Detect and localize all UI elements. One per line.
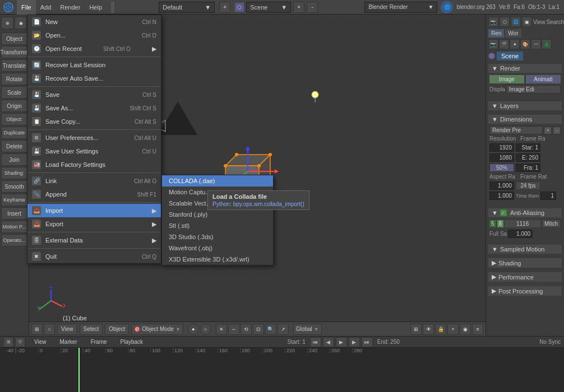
post-processing-header[interactable]: ▶ Post Processing xyxy=(488,286,562,296)
sidebar-object2[interactable]: Object: xyxy=(1,113,27,125)
aa-header[interactable]: ▼ ✓ Anti-Aliasing xyxy=(488,208,562,217)
sidebar-operator[interactable]: Operato... xyxy=(1,234,27,246)
sidebar-rotate[interactable]: Rotate xyxy=(1,73,27,85)
menu-add[interactable]: Add xyxy=(36,0,56,15)
drag-handle[interactable] xyxy=(111,2,114,13)
menu-open[interactable]: 📂 Open... Ctrl O xyxy=(27,29,161,42)
layers-header[interactable]: ▼ Layers xyxy=(488,101,562,110)
menu-import[interactable]: 📥 Import ▶ xyxy=(27,204,161,217)
menu-user-prefs[interactable]: ⚙ User Preferences... Ctrl Alt U xyxy=(27,131,161,144)
import-collada[interactable]: COLLADA (.dae) xyxy=(162,175,273,186)
shading-btn1[interactable]: ● xyxy=(188,324,199,335)
timeline-icon1[interactable]: ⊞ xyxy=(3,337,13,347)
aspect-x-input[interactable] xyxy=(489,181,514,190)
menu-help[interactable]: Help xyxy=(85,0,107,15)
menu-open-recent[interactable]: 🕐 Open Recent Shift Ctrl O ▶ xyxy=(27,42,161,55)
aa-level-1116[interactable]: 1116 xyxy=(505,220,540,227)
timeline-icon2[interactable]: ⏱ xyxy=(15,337,25,347)
panel-icon-scene[interactable]: ⬡ xyxy=(500,17,510,27)
render-image-btn[interactable]: Image xyxy=(489,75,524,83)
global-dropdown[interactable]: Global ▼ xyxy=(293,324,322,335)
fra-input[interactable] xyxy=(516,164,540,172)
res-y-input[interactable] xyxy=(489,153,514,162)
sidebar-icon1[interactable]: ⊕ xyxy=(1,17,13,29)
mode-selector[interactable]: 🎯 Object Mode ▼ xyxy=(131,324,183,335)
menu-link[interactable]: 🔗 Link Ctrl Alt O xyxy=(27,174,161,188)
tool-btn3[interactable]: ⟲ xyxy=(241,324,252,335)
tool-btn4[interactable]: ⊡ xyxy=(253,324,264,335)
dimensions-header[interactable]: ▼ Dimensions xyxy=(488,115,562,124)
viewport-right-btn3[interactable]: 🔒 xyxy=(435,324,446,335)
import-stl[interactable]: Stl (.stl) xyxy=(162,220,273,231)
sidebar-duplicate[interactable]: Duplicate xyxy=(1,127,27,139)
import-obj[interactable]: Wavefront (.obj) xyxy=(162,242,273,254)
tool-btn1[interactable]: ✕ xyxy=(216,324,227,335)
viewport-icon-btn2[interactable]: ○ xyxy=(44,324,55,335)
viewport-icon-btn1[interactable]: ⊞ xyxy=(31,324,43,335)
menu-save[interactable]: 💾 Save Ctrl S xyxy=(27,88,161,101)
tool-btn5[interactable]: 🔍 xyxy=(265,324,276,335)
vp-object-btn[interactable]: Object xyxy=(105,324,129,335)
menu-new[interactable]: 📄 New Ctrl N xyxy=(27,15,161,29)
import-x3d[interactable]: X3D Extensible 3D (.x3d/.wrl) xyxy=(162,254,273,265)
sampled-motion-header[interactable]: ▼ Sampled Motion xyxy=(488,245,562,254)
menu-load-factory[interactable]: 🏭 Load Factory Settings xyxy=(27,158,161,171)
pct-btn[interactable]: 50% xyxy=(489,164,514,172)
next-frame-btn[interactable]: ▶ xyxy=(349,337,360,347)
panel-icon-world[interactable]: 🌐 xyxy=(511,17,521,27)
panel-icon-ren[interactable]: 📷 xyxy=(488,17,498,27)
sidebar-join[interactable]: Join xyxy=(1,153,27,166)
sidebar-origin[interactable]: Origin xyxy=(1,100,27,112)
sidebar-smooth[interactable]: Smooth xyxy=(1,180,27,193)
blender-logo[interactable] xyxy=(2,1,15,13)
scene-add[interactable]: + xyxy=(293,2,304,13)
viewport-right-btn2[interactable]: 👁 xyxy=(423,324,434,335)
icon-film[interactable]: 🎬 xyxy=(499,39,509,49)
sidebar-motion[interactable]: Motion P... xyxy=(1,221,27,233)
timeline-frame-menu[interactable]: Frame xyxy=(86,337,112,348)
timeline-body[interactable]: -40 -20 0 20 40 60 80 100 120 140 160 18… xyxy=(0,348,564,392)
import-stanford[interactable]: Stanford (.ply) xyxy=(162,209,273,220)
sidebar-delete[interactable]: Delete xyxy=(1,140,27,152)
frame-end-input[interactable] xyxy=(516,153,540,162)
aa-level-8[interactable]: 8 xyxy=(497,220,504,227)
sidebar-scale[interactable]: Scale xyxy=(1,86,27,99)
icon-cam[interactable]: 📷 xyxy=(488,39,498,49)
prev-keyframe-btn[interactable]: ⏮ xyxy=(310,337,321,347)
menu-external[interactable]: 🗄 External Data ▶ xyxy=(27,234,161,247)
sidebar-icon2[interactable]: ◉ xyxy=(15,17,27,29)
menu-recover-last[interactable]: 🔄 Recover Last Session xyxy=(27,58,161,72)
icon-color[interactable]: 🎨 xyxy=(520,39,530,49)
scene-dropdown[interactable]: Scene ▼ xyxy=(246,2,291,13)
timeline-playback-menu[interactable]: Playback xyxy=(116,337,148,348)
menu-append[interactable]: 📎 Append Shift F1 xyxy=(27,188,161,201)
sidebar-insert[interactable]: Insert xyxy=(1,207,27,220)
performance-header[interactable]: ▶ Performance xyxy=(488,272,562,282)
tool-btn6[interactable]: ↗ xyxy=(278,324,289,335)
tool-btn2[interactable]: ↔ xyxy=(228,324,239,335)
scene-remove[interactable]: - xyxy=(307,2,318,13)
timeline-view-menu[interactable]: View xyxy=(30,337,51,348)
render-preset-btn[interactable]: Render Pre xyxy=(489,126,543,134)
sidebar-shading[interactable]: Shading: xyxy=(1,167,27,179)
viewport-right-btn1[interactable]: ⊞ xyxy=(410,324,422,335)
menu-quit[interactable]: ✖ Quit Ctrl Q xyxy=(27,250,161,263)
menu-file[interactable]: File xyxy=(17,0,36,15)
image-editor-btn[interactable]: Image Edi xyxy=(506,85,561,94)
time-rem-input[interactable] xyxy=(540,192,556,200)
sidebar-transforms[interactable]: Transforms xyxy=(1,46,27,58)
viewport-right-btn6[interactable]: ≡ xyxy=(472,324,483,335)
sidebar-translate[interactable]: Translate xyxy=(1,59,27,72)
res-x-input[interactable] xyxy=(489,143,514,152)
fps-btn[interactable]: 24 fps xyxy=(516,181,540,190)
menu-recover-auto[interactable]: 💾 Recover Auto Save... xyxy=(27,72,161,85)
aa-level-5[interactable]: 5 xyxy=(489,220,496,227)
menu-save-as[interactable]: 💾 Save As... Shift Ctrl S xyxy=(27,101,161,115)
full-sa-input[interactable] xyxy=(508,230,533,238)
frame-start-input[interactable] xyxy=(516,143,540,152)
wor-btn[interactable]: Wor xyxy=(505,29,521,38)
play-btn[interactable]: ▶ xyxy=(336,337,347,347)
prev-frame-btn[interactable]: ◀ xyxy=(323,337,334,347)
render-animate-btn[interactable]: Animati xyxy=(526,75,561,83)
viewport-add[interactable]: + xyxy=(219,2,230,13)
